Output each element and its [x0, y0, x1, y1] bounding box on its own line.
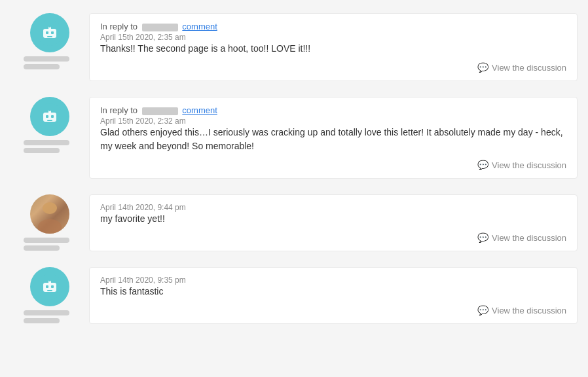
comment-bubble: In reply to comment April 15th 2020, 2:3…: [89, 13, 578, 81]
comment-row: In reply to comment April 15th 2020, 2:3…: [0, 7, 588, 88]
svg-point-6: [48, 25, 51, 27]
avatar-line: [24, 318, 60, 323]
view-discussion-label: View the discussion: [492, 63, 566, 73]
view-discussion-link[interactable]: 💬 View the discussion: [477, 160, 566, 170]
comment-text: Thanks!! The second page is a hoot, too!…: [100, 42, 566, 56]
avatar-user-lines: [24, 56, 76, 69]
view-discussion-label: View the discussion: [492, 233, 566, 243]
chat-icon: 💬: [477, 232, 488, 243]
svg-rect-16: [46, 285, 48, 288]
avatar-line: [24, 245, 60, 251]
svg-rect-9: [46, 115, 48, 118]
avatar-column: [10, 267, 89, 323]
svg-point-13: [48, 109, 51, 111]
comment-row: In reply to comment April 15th 2020, 2:3…: [0, 90, 588, 185]
view-discussion-link[interactable]: 💬 View the discussion: [477, 232, 566, 243]
view-discussion-label: View the discussion: [492, 306, 566, 315]
view-discussion-link[interactable]: 💬 View the discussion: [477, 305, 566, 315]
avatar-line: [24, 64, 60, 69]
view-discussion: 💬 View the discussion: [100, 160, 566, 170]
in-reply-to: In reply to comment: [100, 22, 566, 31]
avatar-user-lines: [24, 238, 76, 251]
view-discussion: 💬 View the discussion: [100, 305, 566, 315]
view-discussion-link[interactable]: 💬 View the discussion: [477, 62, 566, 73]
comments-list: In reply to comment April 15th 2020, 2:3…: [0, 0, 588, 340]
comment-link[interactable]: comment: [182, 22, 217, 31]
svg-rect-2: [46, 31, 48, 34]
comment-timestamp: April 14th 2020, 9:35 pm: [100, 276, 566, 285]
comment-row: April 14th 2020, 9:44 pmmy favorite yet!…: [0, 188, 588, 258]
svg-rect-17: [51, 285, 54, 288]
avatar-column: [10, 194, 89, 251]
in-reply-to: In reply to comment: [100, 105, 566, 115]
chat-icon: 💬: [477, 160, 488, 170]
svg-rect-18: [47, 290, 52, 291]
view-discussion: 💬 View the discussion: [100, 62, 566, 73]
avatar: [30, 267, 69, 306]
comment-link[interactable]: comment: [182, 105, 217, 115]
username-blur: [142, 24, 178, 31]
comment-text: my favorite yet!!: [100, 212, 566, 226]
svg-rect-11: [47, 120, 52, 121]
avatar: [30, 13, 69, 52]
comment-timestamp: April 15th 2020, 2:35 am: [100, 33, 566, 42]
avatar-line: [24, 148, 60, 153]
avatar-line: [24, 140, 69, 145]
chat-icon: 💬: [477, 305, 488, 315]
comment-text: This is fantastic: [100, 285, 566, 298]
view-discussion: 💬 View the discussion: [100, 232, 566, 243]
avatar-line: [24, 56, 69, 62]
svg-rect-4: [47, 36, 52, 37]
view-discussion-label: View the discussion: [492, 160, 566, 170]
svg-rect-3: [51, 31, 54, 34]
avatar-column: [10, 13, 89, 69]
avatar-user-lines: [24, 310, 76, 323]
username-blur: [142, 107, 178, 115]
svg-rect-10: [51, 115, 54, 118]
avatar-line: [24, 238, 69, 243]
avatar: [30, 97, 69, 136]
svg-point-20: [48, 279, 51, 281]
chat-icon: 💬: [477, 62, 488, 73]
comment-timestamp: April 14th 2020, 9:44 pm: [100, 203, 566, 212]
comment-bubble: In reply to comment April 15th 2020, 2:3…: [89, 97, 578, 179]
avatar-user-lines: [24, 140, 76, 153]
comment-row: April 14th 2020, 9:35 pmThis is fantasti…: [0, 260, 588, 331]
comment-bubble: April 14th 2020, 9:44 pmmy favorite yet!…: [89, 194, 578, 251]
avatar-column: [10, 97, 89, 153]
comment-text: Glad others enjoyed this…I seriously was…: [100, 126, 566, 153]
comment-bubble: April 14th 2020, 9:35 pmThis is fantasti…: [89, 267, 578, 324]
comment-timestamp: April 15th 2020, 2:32 am: [100, 117, 566, 126]
avatar-line: [24, 310, 69, 315]
avatar: [30, 194, 69, 234]
